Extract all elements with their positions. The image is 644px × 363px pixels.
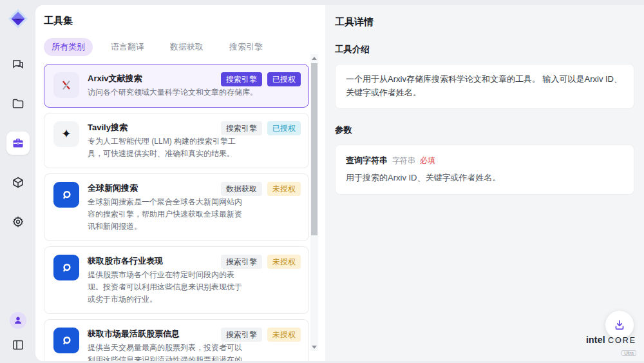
category-tabs: 所有类别 语言翻译 数据获取 搜索引擎 (44, 38, 325, 56)
blue-search-icon (53, 255, 79, 280)
tool-description: 提供股票市场各个行业在特定时间段内的表现。投资者可以利用这些信息来识别表现优于或… (88, 269, 249, 305)
tool-card-sector-performance[interactable]: 获取股市各行业表现 提供股票市场各个行业在特定时间段内的表现。投资者可以利用这些… (44, 246, 309, 314)
tab-data-fetch[interactable]: 数据获取 (162, 38, 211, 56)
tool-card-tavily[interactable]: ✦ Tavily搜索 专为人工智能代理 (LLM) 构建的搜索引擎工具，可快速提… (44, 113, 309, 168)
tool-list-pane: 工具集 所有类别 语言翻译 数据获取 搜索引擎 Arxiv文献搜索 访问 (35, 5, 325, 361)
tab-translation[interactable]: 语言翻译 (103, 38, 152, 56)
toolbox-icon (12, 137, 24, 150)
app-logo-icon (7, 8, 29, 30)
category-badge: 搜索引擎 (221, 121, 262, 135)
tool-card-list: Arxiv文献搜索 访问各个研究领域大量科学论文和文章的存储库。 搜索引擎 已授… (44, 64, 309, 361)
main-surface: 工具集 所有类别 语言翻译 数据获取 搜索引擎 Arxiv文献搜索 访问 (35, 5, 644, 361)
list-scrollbar[interactable] (310, 54, 318, 351)
auth-status-badge: 未授权 (267, 328, 301, 342)
cube-icon (12, 176, 24, 189)
category-badge: 搜索引擎 (221, 255, 262, 269)
user-avatar[interactable] (10, 312, 26, 329)
tool-description: 访问各个研究领域大量科学论文和文章的存储库。 (88, 86, 258, 99)
sidebar-bottom (10, 312, 26, 353)
params-heading: 参数 (335, 124, 634, 136)
left-sidebar (0, 0, 35, 363)
param-required-flag: 必填 (420, 155, 435, 166)
person-icon (12, 315, 24, 326)
tool-detail-pane: 工具详情 工具介绍 一个用于从Arxiv存储库搜索科学论文和文章的工具。 输入可… (325, 5, 644, 361)
param-type: 字符串 (392, 155, 415, 166)
blue-search-icon (53, 328, 79, 353)
category-badge: 搜索引擎 (221, 72, 262, 86)
param-name: 查询字符串 (346, 155, 388, 166)
collapse-sidebar-button[interactable] (10, 337, 26, 353)
tab-search-engine[interactable]: 搜索引擎 (222, 38, 270, 56)
tab-all-categories[interactable]: 所有类别 (44, 38, 93, 56)
intel-core-logo: intel core Ultra (586, 334, 636, 357)
tool-description: 全球新闻搜索是一个聚合全球各大新闻网站内容的搜索引擎，帮助用户快速获取全球最新资… (88, 196, 249, 232)
scroll-down-button[interactable] (310, 343, 318, 351)
category-badge: 搜索引擎 (221, 328, 262, 342)
tool-description: 专为人工智能代理 (LLM) 构建的搜索引擎工具，可快速提供实时、准确和真实的结… (88, 135, 249, 159)
intro-heading: 工具介绍 (335, 44, 634, 55)
sidebar-nav (6, 53, 30, 233)
collapse-panel-icon (12, 338, 24, 351)
param-description: 用于搜索的Arxiv ID、关键字或作者姓名。 (346, 172, 623, 184)
sidebar-item-chat[interactable] (6, 53, 30, 76)
sidebar-item-files[interactable] (6, 92, 30, 115)
auth-status-badge: 已授权 (267, 121, 301, 135)
auth-status-badge: 未授权 (267, 182, 301, 196)
sidebar-item-models[interactable] (6, 171, 30, 194)
intel-wordmark: intel (586, 335, 605, 345)
scroll-down-icon (312, 346, 317, 349)
core-wordmark: core (608, 336, 636, 345)
intro-text: 一个用于从Arxiv存储库搜索科学论文和文章的工具。 输入可以是Arxiv ID… (346, 73, 623, 100)
chat-icon (12, 58, 24, 71)
page-title: 工具集 (44, 15, 325, 27)
auth-status-badge: 已授权 (267, 72, 301, 86)
scroll-up-button[interactable] (310, 54, 318, 62)
parameter-box: 查询字符串 字符串 必填 用于搜索的Arxiv ID、关键字或作者姓名。 (335, 144, 634, 195)
sidebar-item-tools[interactable] (6, 132, 30, 155)
arxiv-x-icon (53, 72, 79, 98)
tool-description: 提供当天交易量最高的股票列表，投资者可以利用这些信息来识别流动性强的股票和潜在的… (88, 342, 249, 361)
folder-icon (12, 97, 24, 110)
scroll-up-icon (312, 57, 317, 60)
tool-card-arxiv[interactable]: Arxiv文献搜索 访问各个研究领域大量科学论文和文章的存储库。 搜索引擎 已授… (44, 64, 309, 108)
category-badge: 数据获取 (221, 182, 262, 196)
gear-icon (12, 215, 24, 228)
tool-card-most-active-stocks[interactable]: 获取市场最活跃股票信息 提供当天交易量最高的股票列表，投资者可以利用这些信息来识… (44, 319, 309, 361)
sidebar-item-settings[interactable] (6, 210, 30, 233)
ultra-badge: Ultra (621, 350, 636, 356)
download-icon (613, 319, 626, 331)
detail-title: 工具详情 (335, 16, 634, 28)
blue-search-icon (53, 182, 79, 208)
scrollbar-thumb[interactable] (311, 63, 317, 235)
four-point-star-icon: ✦ (53, 121, 79, 147)
auth-status-badge: 未授权 (267, 255, 301, 269)
tool-card-global-news[interactable]: 全球新闻搜索 全球新闻搜索是一个聚合全球各大新闻网站内容的搜索引擎，帮助用户快速… (44, 173, 309, 241)
intro-box: 一个用于从Arxiv存储库搜索科学论文和文章的工具。 输入可以是Arxiv ID… (335, 64, 634, 109)
